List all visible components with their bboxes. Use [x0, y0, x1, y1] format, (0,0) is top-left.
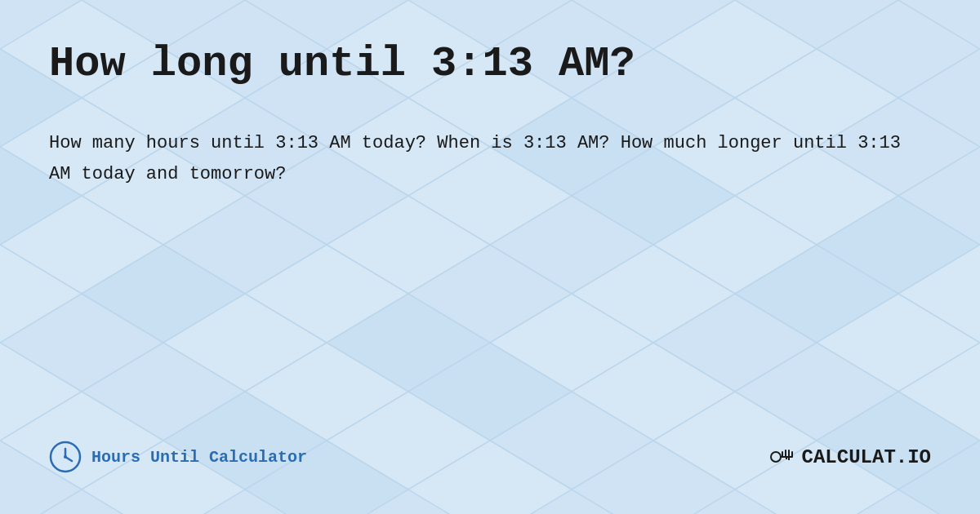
logo-text: CALCULAT.IO — [802, 446, 931, 468]
svg-point-69 — [64, 455, 67, 459]
footer-site-label: Hours Until Calculator — [91, 448, 307, 467]
footer: Hours Until Calculator CALCULAT.IO — [49, 441, 931, 481]
logo: CALCULAT.IO — [768, 442, 931, 472]
footer-branding: Hours Until Calculator — [49, 441, 307, 473]
logo-icon — [768, 442, 797, 472]
page-description: How many hours until 3:13 AM today? When… — [49, 128, 906, 189]
svg-point-70 — [771, 452, 781, 462]
page-title: How long until 3:13 AM? — [49, 41, 931, 87]
clock-icon — [49, 441, 82, 473]
